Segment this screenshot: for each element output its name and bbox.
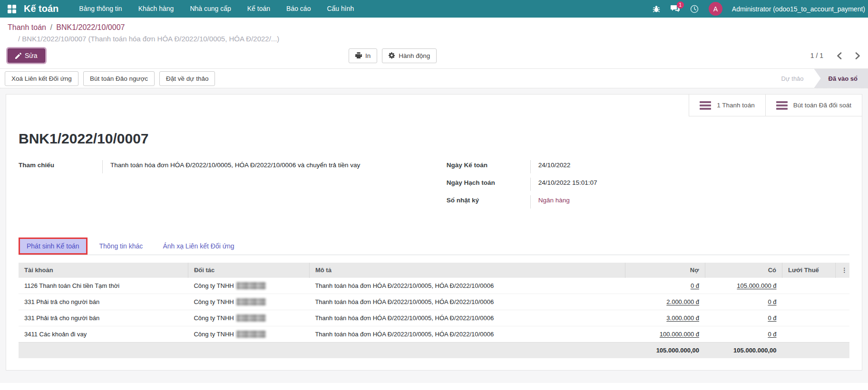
delete-reconciliation-button[interactable]: Xoá Liên kết Đối ứng bbox=[5, 71, 78, 86]
journal-entries-icon bbox=[700, 101, 711, 110]
menu-accounting[interactable]: Kế toán bbox=[239, 0, 278, 18]
table-row: 331 Phải trả cho người bán Công ty TNHH … bbox=[19, 310, 849, 326]
cell-credit[interactable]: 0 đ bbox=[705, 310, 782, 326]
redacted-text bbox=[236, 314, 266, 322]
printer-icon bbox=[355, 52, 362, 59]
user-avatar[interactable]: A bbox=[709, 2, 722, 16]
journal-label: Sổ nhật ký bbox=[447, 195, 530, 204]
cell-debit[interactable]: 0 đ bbox=[625, 278, 705, 294]
pager-next-icon[interactable] bbox=[855, 52, 860, 59]
cell-account[interactable]: 331 Phải trả cho người bán bbox=[19, 294, 188, 310]
status-draft[interactable]: Dự thảo bbox=[771, 69, 814, 88]
total-credit: 105.000.000,00 bbox=[705, 342, 782, 359]
form-statusbar: Xoá Liên kết Đối ứng Bút toán Đảo ngược … bbox=[0, 68, 868, 88]
apps-grid-icon[interactable] bbox=[8, 5, 16, 13]
posting-date-label: Ngày Hạch toán bbox=[447, 178, 530, 186]
reset-to-draft-button[interactable]: Đặt về dự thảo bbox=[159, 71, 215, 86]
optional-columns-icon[interactable]: ⋮ bbox=[835, 263, 849, 278]
tab-reconciliation-mapping[interactable]: Ánh xạ Liên kết Đối ứng bbox=[155, 238, 242, 255]
cell-credit[interactable]: 105.000.000 đ bbox=[705, 278, 782, 294]
stat-button-box: 1 Thanh toán Bút toán Đã đối soát bbox=[6, 95, 862, 116]
app-name[interactable]: Kế toán bbox=[21, 3, 71, 14]
cell-credit[interactable]: 0 đ bbox=[705, 326, 782, 342]
cell-debit[interactable]: 100.000.000 đ bbox=[625, 326, 705, 342]
menu-configuration[interactable]: Cấu hình bbox=[319, 0, 362, 18]
cell-tax-grid[interactable] bbox=[782, 326, 835, 342]
column-credit[interactable]: Có bbox=[705, 263, 782, 278]
action-button[interactable]: Hành động bbox=[382, 48, 437, 63]
accounting-date-label: Ngày Kế toán bbox=[447, 160, 530, 169]
status-posted[interactable]: Đã vào sổ bbox=[814, 69, 868, 88]
reconciled-entries-stat-button[interactable]: Bút toán Đã đối soát bbox=[765, 95, 862, 116]
cell-partner[interactable]: Công ty TNHH bbox=[188, 294, 309, 310]
menu-customers[interactable]: Khách hàng bbox=[130, 0, 182, 18]
messages-icon[interactable]: 1 bbox=[671, 4, 680, 14]
right-field-group: Ngày Kế toán 24/10/2022 Ngày Hạch toán 2… bbox=[447, 160, 849, 213]
top-navbar: Kế toán Bảng thông tin Khách hàng Nhà cu… bbox=[0, 0, 868, 18]
table-total-row: 105.000.000,00 105.000.000,00 bbox=[19, 342, 849, 359]
cell-account[interactable]: 1126 Thanh toán Chi tiền Tạm thời bbox=[19, 278, 188, 294]
column-tax-grid[interactable]: Lưới Thuế bbox=[782, 263, 835, 278]
redacted-text bbox=[236, 282, 266, 289]
pencil-icon bbox=[15, 53, 21, 59]
control-panel: Sửa In Hành động 1 / 1 bbox=[0, 44, 868, 68]
pager-previous-icon[interactable] bbox=[837, 52, 842, 59]
column-account[interactable]: Tài khoản bbox=[19, 263, 188, 278]
activities-clock-icon[interactable] bbox=[690, 4, 699, 14]
user-menu[interactable]: Administrator (odoo15_to_account_payment… bbox=[732, 5, 865, 13]
column-partner[interactable]: Đối tác bbox=[188, 263, 309, 278]
cell-credit[interactable]: 0 đ bbox=[705, 294, 782, 310]
total-debit: 105.000.000,00 bbox=[625, 342, 705, 359]
breadcrumb-separator: / bbox=[48, 23, 54, 31]
cell-label[interactable]: Thanh toán hóa đơn HÓA Đ/2022/10/0005, H… bbox=[309, 278, 625, 294]
cell-label[interactable]: Thanh toán hóa đơn HÓA Đ/2022/10/0005, H… bbox=[309, 294, 625, 310]
column-debit[interactable]: Nợ bbox=[625, 263, 705, 278]
reference-label: Tham chiếu bbox=[19, 160, 102, 169]
breadcrumb-current: / BNK1/2022/10/0007 (Thanh toán hóa đơn … bbox=[8, 32, 860, 43]
menu-vendors[interactable]: Nhà cung cấp bbox=[182, 0, 239, 18]
left-field-group: Tham chiếu Thanh toán hóa đơn HÓA Đ/2022… bbox=[19, 160, 418, 213]
redacted-text bbox=[236, 298, 266, 305]
field-groups: Tham chiếu Thanh toán hóa đơn HÓA Đ/2022… bbox=[6, 147, 862, 213]
tab-journal-items[interactable]: Phát sinh Kế toán bbox=[19, 238, 88, 255]
cell-tax-grid[interactable] bbox=[782, 310, 835, 326]
cell-account[interactable]: 3411 Các khoản đi vay bbox=[19, 326, 188, 342]
journal-items-table: Tài khoản Đối tác Mô tả Nợ Có Lưới Thuế … bbox=[19, 263, 849, 358]
cell-account[interactable]: 331 Phải trả cho người bán bbox=[19, 310, 188, 326]
print-button[interactable]: In bbox=[349, 48, 377, 63]
reference-value: Thanh toán hóa đơn HÓA Đ/2022/10/0005, H… bbox=[102, 160, 418, 173]
payments-stat-button[interactable]: 1 Thanh toán bbox=[689, 95, 765, 116]
breadcrumb: Thanh toán / BNK1/2022/10/0007 / BNK1/20… bbox=[0, 18, 868, 44]
journal-entries-icon bbox=[776, 101, 788, 110]
debug-bug-icon[interactable] bbox=[652, 4, 661, 14]
breadcrumb-payments-link[interactable]: Thanh toán bbox=[8, 23, 46, 31]
content-area: 1 Thanh toán Bút toán Đã đối soát BNK1/2… bbox=[0, 88, 868, 383]
cell-debit[interactable]: 2.000.000 đ bbox=[625, 294, 705, 310]
column-label[interactable]: Mô tả bbox=[309, 263, 625, 278]
table-row: 3411 Các khoản đi vay Công ty TNHH Thanh… bbox=[19, 326, 849, 342]
cell-label[interactable]: Thanh toán hóa đơn HÓA Đ/2022/10/0005, H… bbox=[309, 310, 625, 326]
tab-other-info[interactable]: Thông tin khác bbox=[91, 238, 151, 255]
accounting-date-value: 24/10/2022 bbox=[530, 160, 849, 173]
cell-partner[interactable]: Công ty TNHH bbox=[188, 278, 309, 294]
cell-tax-grid[interactable] bbox=[782, 294, 835, 310]
posting-date-value: 24/10/2022 15:01:07 bbox=[530, 178, 849, 191]
cell-tax-grid[interactable] bbox=[782, 278, 835, 294]
record-title: BNK1/2022/10/0007 bbox=[6, 116, 862, 147]
table-row: 1126 Thanh toán Chi tiền Tạm thời Công t… bbox=[19, 278, 849, 294]
edit-button[interactable]: Sửa bbox=[8, 48, 45, 63]
pager-count: 1 / 1 bbox=[810, 52, 823, 59]
journal-value-link[interactable]: Ngân hàng bbox=[530, 195, 849, 209]
table-row: 331 Phải trả cho người bán Công ty TNHH … bbox=[19, 294, 849, 310]
menu-reports[interactable]: Báo cáo bbox=[278, 0, 319, 18]
breadcrumb-entry-link[interactable]: BNK1/2022/10/0007 bbox=[56, 23, 125, 31]
table-header-row: Tài khoản Đối tác Mô tả Nợ Có Lưới Thuế … bbox=[19, 263, 849, 278]
cell-partner[interactable]: Công ty TNHH bbox=[188, 326, 309, 342]
gear-icon bbox=[389, 52, 395, 59]
cell-debit[interactable]: 3.000.000 đ bbox=[625, 310, 705, 326]
cell-partner[interactable]: Công ty TNHH bbox=[188, 310, 309, 326]
menu-dashboard[interactable]: Bảng thông tin bbox=[71, 0, 130, 18]
cell-label[interactable]: Thanh toán hóa đơn HÓA Đ/2022/10/0005, H… bbox=[309, 326, 625, 342]
reverse-entry-button[interactable]: Bút toán Đảo ngược bbox=[83, 71, 155, 86]
notebook-tabs: Phát sinh Kế toán Thông tin khác Ánh xạ … bbox=[19, 238, 849, 255]
